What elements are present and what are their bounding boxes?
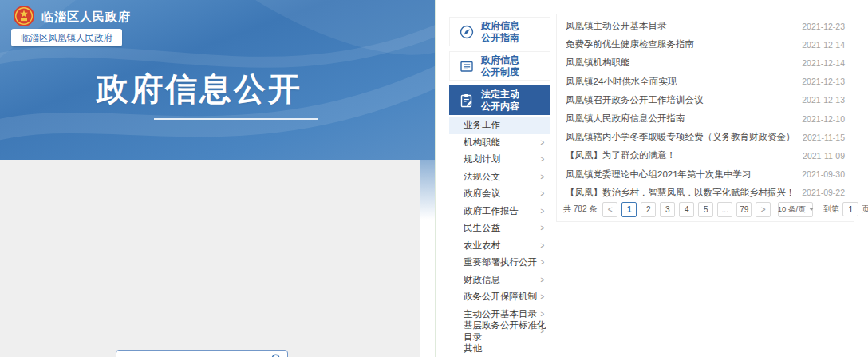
- submenu-label: 民生公益: [464, 222, 500, 234]
- list-item[interactable]: 【凤凰】为了群众的满意！2021-11-09: [557, 146, 854, 165]
- list-item-title: 凤凰镇党委理论中心组2021年第十次集中学习: [566, 169, 794, 180]
- submenu-label: 农业农村: [464, 240, 500, 252]
- submenu-label: 重要部署执行公开: [464, 256, 537, 268]
- submenu-label: 政府会议: [464, 188, 500, 200]
- chevron-right-icon: >: [541, 224, 545, 232]
- town-site-button[interactable]: 临淄区凤凰镇人民政府: [11, 29, 122, 46]
- chevron-right-icon: >: [541, 138, 545, 147]
- page-size-select[interactable]: 10 条/页: [778, 202, 813, 217]
- chevron-right-icon: >: [541, 173, 545, 181]
- pagination-page-79[interactable]: 79: [736, 202, 752, 217]
- submenu-item-guarantee-mechanism[interactable]: 政务公开保障机制>: [449, 288, 550, 306]
- submenu-label: 财政信息: [464, 274, 500, 286]
- submenu-label: 政府工作报告: [464, 205, 519, 217]
- list-item-date: 2021-12-13: [802, 77, 845, 86]
- submenu-item-public-welfare[interactable]: 民生公益>: [449, 220, 550, 237]
- article-list: 凤凰镇主动公开基本目录2021-12-23 免费孕前优生健康检查服务指南2021…: [557, 14, 854, 202]
- pagination-ellipsis[interactable]: ...: [717, 202, 732, 217]
- submenu-item-other[interactable]: 其他: [449, 340, 550, 357]
- list-item-title: 凤凰镇主动公开基本目录: [566, 20, 794, 32]
- banner-header: 临淄区人民政府 临淄区凤凰镇人民政府 政府信息公开: [0, 0, 435, 160]
- submenu-label: 机构职能: [464, 137, 500, 149]
- chevron-right-icon: >: [541, 258, 545, 267]
- menu-item-statutory-disclosure[interactable]: 法定主动公开内容 —: [449, 85, 550, 115]
- pagination-prev-button[interactable]: <: [602, 202, 617, 217]
- search-input[interactable]: [122, 352, 266, 357]
- goto-prefix-label: 到第: [823, 204, 839, 215]
- menu-label-line: 公开制度: [481, 66, 519, 77]
- submenu-item-business-work[interactable]: 业务工作: [449, 117, 550, 134]
- menu-label-line: 政府信息: [481, 20, 519, 31]
- menu-label-line: 政府信息: [481, 54, 519, 65]
- list-item-title: 免费孕前优生健康检查服务指南: [566, 38, 794, 50]
- chevron-right-icon: >: [541, 276, 545, 284]
- menu-item-disclosure-system[interactable]: 政府信息公开制度: [449, 51, 550, 81]
- list-item[interactable]: 凤凰镇人民政府信息公开指南2021-12-10: [557, 109, 854, 128]
- list-item[interactable]: 【凤凰】数治乡村，智慧凤凰，以数字化赋能乡村振兴！2021-09-22: [557, 184, 854, 202]
- submenu: 业务工作 机构职能> 规划计划> 法规公文> 政府会议> 政府工作报告> 民生公…: [449, 117, 550, 357]
- right-panel: 政府信息公开指南 政府信息公开制度 法定主动公开内容 — 业务工作 机构职能> …: [436, 0, 868, 357]
- menu-item-disclosure-guide[interactable]: 政府信息公开指南: [449, 17, 550, 46]
- submenu-label: 法规公文: [464, 171, 500, 183]
- list-item[interactable]: 凤凰镇机构职能2021-12-14: [557, 54, 854, 72]
- search-box: [116, 350, 288, 357]
- submenu-label: 其他: [464, 343, 482, 355]
- pagination-page-5[interactable]: 5: [698, 202, 713, 217]
- submenu-item-org-functions[interactable]: 机构职能>: [449, 134, 550, 152]
- list-item-date: 2021-12-10: [802, 114, 845, 124]
- list-item[interactable]: 凤凰镇党委理论中心组2021年第十次集中学习2021-09-30: [557, 165, 854, 184]
- page-title: 政府信息公开: [0, 67, 399, 111]
- submenu-label: 主动公开基本目录: [464, 308, 537, 320]
- menu-label-line: 法定主动: [481, 89, 519, 100]
- list-item-title: 凤凰镇机构职能: [566, 57, 794, 69]
- chevron-right-icon: >: [541, 327, 545, 335]
- list-item[interactable]: 凤凰镇主动公开基本目录2021-12-23: [557, 17, 854, 35]
- list-item[interactable]: 免费孕前优生健康检查服务指南2021-12-14: [557, 35, 854, 54]
- list-item[interactable]: 凤凰镇24小时供水全面实现2021-12-13: [557, 73, 854, 91]
- list-item-date: 2021-12-13: [802, 95, 845, 105]
- caret-down-icon: [809, 208, 814, 211]
- submenu-item-gov-meetings[interactable]: 政府会议>: [449, 185, 550, 203]
- collapse-minus-icon[interactable]: —: [535, 95, 544, 106]
- goto-suffix-label: 页: [862, 204, 868, 215]
- pagination-page-3[interactable]: 3: [660, 202, 675, 217]
- pagination-page-4[interactable]: 4: [679, 202, 694, 217]
- submenu-item-key-deployments[interactable]: 重要部署执行公开>: [449, 254, 550, 272]
- list-item[interactable]: 凤凰镇辖内小学冬季取暖专项经费（义务教育财政资金）2021-11-15: [557, 128, 854, 146]
- submenu-item-fiscal-info[interactable]: 财政信息>: [449, 272, 550, 289]
- list-item-date: 2021-11-15: [803, 133, 845, 142]
- pagination-next-button[interactable]: >: [756, 202, 771, 217]
- submenu-label: 规划计划: [464, 153, 500, 165]
- submenu-item-regulations[interactable]: 法规公文>: [449, 169, 550, 186]
- list-item-title: 凤凰镇人民政府信息公开指南: [566, 113, 794, 125]
- pagination-page-2[interactable]: 2: [641, 202, 656, 217]
- chevron-right-icon: >: [541, 241, 545, 250]
- document-icon: [459, 58, 475, 74]
- chevron-right-icon: >: [541, 189, 545, 198]
- chevron-right-icon: >: [541, 155, 545, 164]
- list-item[interactable]: 凤凰镇召开政务公开工作培训会议2021-12-13: [557, 91, 854, 109]
- pagination-page-1[interactable]: 1: [621, 202, 637, 217]
- header-fade-strip: [420, 160, 435, 220]
- search-icon[interactable]: [271, 354, 282, 357]
- page: 临淄区人民政府 临淄区凤凰镇人民政府 政府信息公开 政府信息公开指南: [0, 0, 868, 357]
- submenu-item-standardized-catalog[interactable]: 基层政务公开标准化目录>: [449, 323, 550, 340]
- list-item-title: 凤凰镇召开政务公开工作培训会议: [566, 94, 794, 106]
- page-size-value: 10 条/页: [778, 204, 806, 215]
- list-item-date: 2021-09-30: [802, 169, 845, 179]
- left-panel: 临淄区人民政府 临淄区凤凰镇人民政府 政府信息公开 政府信息公开指南: [0, 0, 435, 357]
- list-item-date: 2021-12-23: [802, 22, 845, 31]
- menu-label-line: 公开内容: [481, 101, 519, 112]
- parent-site-title[interactable]: 临淄区人民政府: [41, 10, 131, 25]
- list-item-title: 凤凰镇辖内小学冬季取暖专项经费（义务教育财政资金）: [566, 131, 795, 143]
- list-item-title: 凤凰镇24小时供水全面实现: [566, 76, 794, 88]
- title-underline: [154, 118, 318, 120]
- list-item-date: 2021-11-09: [803, 151, 845, 161]
- left-panel-body: 政府信息公开指南 政府信息公开制度 法定主动公开内容 +: [0, 160, 420, 357]
- submenu-item-agriculture[interactable]: 农业农村>: [449, 237, 550, 255]
- submenu-item-planning[interactable]: 规划计划>: [449, 151, 550, 169]
- goto-page-input[interactable]: [842, 202, 858, 216]
- chevron-right-icon: >: [541, 310, 545, 319]
- submenu-item-work-report[interactable]: 政府工作报告>: [449, 203, 550, 220]
- chevron-right-icon: >: [541, 207, 545, 216]
